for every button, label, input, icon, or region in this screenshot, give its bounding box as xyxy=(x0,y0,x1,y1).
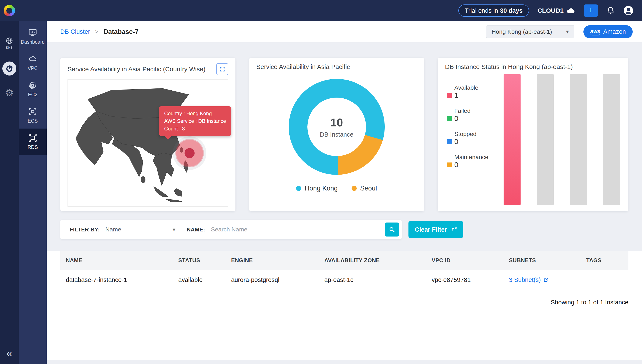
search-button[interactable] xyxy=(385,222,399,236)
legend-value: 0 xyxy=(454,138,498,146)
legend-label: Failed xyxy=(454,108,489,114)
chevron-down-icon: ▾ xyxy=(566,28,569,35)
breadcrumb-current: Database-7 xyxy=(103,28,138,36)
asia-map: Country : Hong Kong AWS Service : DB Ins… xyxy=(68,79,228,206)
sidebar-item-label: Dashboard xyxy=(21,39,45,45)
col-tags: TAGS xyxy=(581,251,628,270)
filter-by-dropdown[interactable]: Name ▾ xyxy=(105,226,175,233)
table-header-row: NAME STATUS ENGINE AVAILABILITY ZONE VPC… xyxy=(60,251,628,270)
legend-square-orange xyxy=(447,162,452,167)
sidebar-item-ecs[interactable]: ECS xyxy=(19,102,47,128)
subnets-link-label: 3 Subnet(s) xyxy=(509,276,541,284)
clear-filter-icon xyxy=(451,226,457,233)
sidebar-item-label: VPC xyxy=(28,66,38,71)
instances-table-panel: NAME STATUS ENGINE AVAILABILITY ZONE VPC… xyxy=(47,251,642,360)
legend-square-green xyxy=(447,116,452,121)
filter-by-value: Name xyxy=(105,226,121,233)
status-legend: Available 1 Failed 0 S xyxy=(445,74,498,206)
name-label: NAME: xyxy=(187,226,205,233)
cloud-icon xyxy=(566,8,575,14)
trial-days: 30 days xyxy=(500,7,522,14)
bar-stopped xyxy=(570,74,587,205)
collapse-sidebar-icon[interactable]: « xyxy=(0,348,19,358)
icon-strip: DNS ⚙ « xyxy=(0,21,19,364)
service-sidebar: Dashboard VPC EC2 xyxy=(19,21,47,364)
sidebar-item-vpc[interactable]: VPC xyxy=(19,50,47,76)
ecs-icon xyxy=(28,107,37,116)
provider-label: Amazon xyxy=(603,28,626,35)
external-link-icon xyxy=(543,277,549,282)
legend-value: 0 xyxy=(454,114,498,122)
map-highlight-hong-kong[interactable] xyxy=(176,140,203,166)
search-input[interactable] xyxy=(211,226,379,233)
provider-button[interactable]: aws Amazon xyxy=(583,25,633,38)
tooltip-service: AWS Service : DB Instance xyxy=(164,117,226,125)
instances-table: NAME STATUS ENGINE AVAILABILITY ZONE VPC… xyxy=(60,251,628,290)
legend-label: Stopped xyxy=(454,131,489,138)
expand-map-button[interactable] xyxy=(216,63,228,75)
legend-dot-orange xyxy=(352,186,357,191)
status-legend-maintenance: Maintenance 0 xyxy=(447,154,498,169)
cell-name: database-7-instance-1 xyxy=(60,270,173,290)
breadcrumb-parent-link[interactable]: DB Cluster xyxy=(60,28,90,35)
legend-value: 0 xyxy=(454,160,498,169)
dns-globe-icon xyxy=(5,36,14,45)
col-name: NAME xyxy=(60,251,173,270)
legend-label: Hong Kong xyxy=(305,184,338,192)
tooltip-country: Country : Hong Kong xyxy=(164,110,226,117)
legend-label: Seoul xyxy=(360,184,377,192)
cell-subnets: 3 Subnet(s) xyxy=(503,270,581,290)
sidebar-item-dashboard[interactable]: Dashboard xyxy=(19,23,47,50)
sidebar-item-monitoring[interactable] xyxy=(2,62,16,76)
filter-by-label: FILTER BY: xyxy=(70,226,100,233)
legend-value: 1 xyxy=(454,91,498,100)
rds-icon xyxy=(28,133,37,142)
divider xyxy=(181,224,181,235)
notifications-button[interactable] xyxy=(606,6,615,15)
sidebar-item-label: ECS xyxy=(28,118,38,124)
legend-hong-kong: Hong Kong xyxy=(296,184,338,192)
expand-icon xyxy=(219,66,225,72)
showing-count: Showing 1 to 1 of 1 Instance xyxy=(60,299,628,306)
sidebar-item-dns[interactable]: DNS xyxy=(5,36,14,49)
status-bar-chart xyxy=(498,74,621,206)
search-icon xyxy=(389,226,395,233)
donut-legend: Hong Kong Seoul xyxy=(296,184,377,192)
breadcrumb-separator: > xyxy=(95,28,98,35)
sidebar-item-rds[interactable]: RDS xyxy=(19,128,47,155)
bell-icon xyxy=(606,6,615,15)
table-row: database-7-instance-1 available aurora-p… xyxy=(60,270,628,290)
analytics-pie-icon xyxy=(6,65,13,72)
app-logo[interactable] xyxy=(0,5,19,16)
sidebar-item-label: RDS xyxy=(28,144,38,150)
cell-tags xyxy=(581,270,628,290)
sidebar-item-ec2[interactable]: EC2 xyxy=(19,76,47,102)
add-button[interactable]: + xyxy=(584,4,598,17)
legend-square-blue xyxy=(447,139,452,144)
org-switcher[interactable]: CLOUD1 xyxy=(538,7,575,14)
donut-card: Service Availability in Asia Pacific 10 … xyxy=(249,58,424,211)
clear-filter-button[interactable]: Clear Filter xyxy=(409,221,463,238)
trial-banner[interactable]: Trial ends in 30 days xyxy=(458,4,529,17)
subnets-link[interactable]: 3 Subnet(s) xyxy=(509,276,549,284)
col-availability-zone: AVAILABILITY ZONE xyxy=(319,251,426,270)
avatar-icon xyxy=(623,6,633,16)
map-tooltip: Country : Hong Kong AWS Service : DB Ins… xyxy=(159,106,231,136)
tooltip-count: Count : 8 xyxy=(164,125,226,132)
settings-gear-icon[interactable]: ⚙ xyxy=(5,88,14,98)
map-card-title: Service Availability in Asia Pacific (Co… xyxy=(68,66,205,73)
cell-engine: aurora-postgresql xyxy=(226,270,319,290)
sidebar-item-label: EC2 xyxy=(28,92,38,98)
donut-center-value: 10 xyxy=(330,116,343,129)
aws-logo: aws xyxy=(590,28,600,36)
breadcrumb-bar: DB Cluster > Database-7 Hong Kong (ap-ea… xyxy=(47,21,642,42)
cell-vpc-id: vpc-e8759781 xyxy=(426,270,503,290)
legend-square-red xyxy=(447,93,452,98)
account-menu[interactable] xyxy=(623,6,633,16)
filter-bar: FILTER BY: Name ▾ NAME: xyxy=(60,220,402,239)
status-legend-available: Available 1 xyxy=(447,84,498,100)
vpc-icon xyxy=(28,54,37,64)
region-dropdown[interactable]: Hong Kong (ap-east-1) ▾ xyxy=(486,25,574,38)
legend-label: Maintenance xyxy=(454,154,489,160)
app-window: Trial ends in 30 days CLOUD1 + xyxy=(0,0,642,364)
